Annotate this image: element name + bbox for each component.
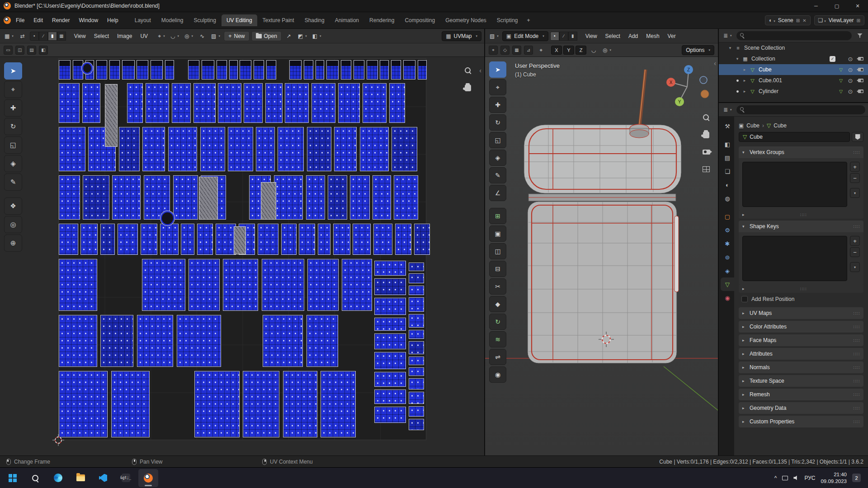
- new-image-button[interactable]: New: [224, 31, 250, 41]
- uv-canvas[interactable]: ➤⌖✚↻◱◈✎❖◎⊕: [0, 57, 484, 455]
- hide-eye-icon[interactable]: ⊙: [846, 66, 854, 73]
- properties-search-input[interactable]: [736, 105, 865, 114]
- panel-grip-icon[interactable]: [853, 223, 860, 230]
- tab-render[interactable]: ◧: [721, 137, 734, 151]
- uvmap-select[interactable]: ▦ UVMap: [442, 31, 481, 41]
- add-vertex-group-button[interactable]: +: [850, 162, 860, 172]
- tab-uv-editing[interactable]: UV Editing: [222, 14, 257, 26]
- unlink-scene-icon[interactable]: ✕: [802, 18, 806, 23]
- panel-grip-icon[interactable]: [853, 337, 860, 343]
- explorer-button[interactable]: [71, 469, 90, 487]
- uv-face-select-button[interactable]: ▮: [48, 32, 57, 41]
- tab-material[interactable]: ◉: [721, 291, 734, 305]
- uv-vertex-select-button[interactable]: •: [30, 32, 39, 41]
- terminal-button[interactable]: &gt;_: [116, 469, 136, 487]
- outliner-row-cylinder[interactable]: ▸ ▽ Cylinder ▽ ⊙: [719, 86, 868, 97]
- menu-window[interactable]: Window: [75, 15, 102, 25]
- menu-edit[interactable]: Edit: [29, 15, 47, 25]
- panel-remesh[interactable]: Remesh: [739, 389, 863, 400]
- close-button[interactable]: ✕: [847, 0, 868, 12]
- annotate-tool-button[interactable]: ✎: [4, 174, 22, 191]
- search-button[interactable]: [25, 469, 45, 487]
- edge-button[interactable]: [48, 469, 68, 487]
- panel-attributes[interactable]: Attributes: [739, 348, 863, 360]
- vertex-groups-panel-header[interactable]: Vertex Groups: [739, 146, 863, 158]
- panel-grip-icon[interactable]: [853, 418, 860, 425]
- tab-object-data[interactable]: ▽: [721, 277, 734, 291]
- hide-eye-icon[interactable]: ⊙: [846, 77, 854, 84]
- vp-toolsetting-3[interactable]: ▦: [512, 46, 521, 55]
- vp-toolsetting-1[interactable]: ⌖: [489, 46, 498, 55]
- tab-modifiers[interactable]: ⚙: [721, 223, 734, 237]
- uv-menu-uv[interactable]: UV: [137, 32, 151, 41]
- axis-x-button[interactable]: X: [551, 46, 562, 55]
- vp-menu-select[interactable]: Select: [602, 32, 624, 41]
- move-tool-button[interactable]: ✚: [4, 99, 22, 117]
- blender-menu-icon[interactable]: [4, 17, 11, 24]
- hidden-icons-chevron[interactable]: ^: [774, 475, 777, 481]
- inset-faces-tool-button[interactable]: ▣: [489, 225, 506, 242]
- panel-geometry-data[interactable]: Geometry Data: [739, 402, 863, 414]
- tab-constraints[interactable]: ◈: [721, 264, 734, 277]
- shrink-fatten-tool-button[interactable]: ◉: [489, 366, 506, 383]
- disclosure-icon[interactable]: ▾: [735, 56, 740, 61]
- language-indicator[interactable]: РУС: [804, 475, 815, 481]
- disclosure-icon[interactable]: ▸: [742, 89, 747, 94]
- navigation-gizmo[interactable]: Z X Y: [661, 59, 713, 111]
- vertex-group-specials-button[interactable]: [850, 188, 860, 198]
- camera-view-icon[interactable]: [701, 146, 712, 157]
- uv-toolsetting-3[interactable]: ▤: [27, 46, 36, 55]
- rotate-tool-button[interactable]: ↻: [489, 114, 506, 131]
- pivot-point-button[interactable]: ⌖: [156, 31, 167, 41]
- panel-color-attributes[interactable]: Color Attributes: [739, 321, 863, 333]
- start-button[interactable]: [3, 469, 23, 487]
- remove-vertex-group-button[interactable]: −: [850, 173, 860, 183]
- editor-type-button[interactable]: ≣: [722, 105, 734, 115]
- tab-object[interactable]: ▢: [721, 210, 734, 223]
- smooth-tool-button[interactable]: ≋: [489, 331, 506, 347]
- bevel-tool-button[interactable]: ◫: [489, 243, 506, 259]
- grab-tool-button[interactable]: ❖: [4, 197, 22, 215]
- exclude-checkbox[interactable]: [830, 56, 835, 62]
- options-button[interactable]: Options: [682, 45, 714, 55]
- tab-geometry-nodes[interactable]: Geometry Nodes: [440, 14, 491, 26]
- panel-grip-icon[interactable]: [853, 351, 860, 357]
- menu-help[interactable]: Help: [103, 15, 123, 25]
- poly-build-tool-button[interactable]: ◆: [489, 296, 506, 312]
- cursor-2d[interactable]: [52, 434, 64, 446]
- open-image-button[interactable]: Open: [251, 31, 282, 41]
- annotate-tool-button[interactable]: ✎: [489, 167, 506, 183]
- transform-tool-button[interactable]: ◈: [4, 155, 22, 172]
- maximize-button[interactable]: ▢: [826, 0, 847, 12]
- vertex-select-button[interactable]: •: [550, 32, 559, 41]
- uv-export-button[interactable]: ↗: [283, 31, 294, 41]
- new-viewlayer-icon[interactable]: ⊞: [857, 18, 860, 23]
- add-shape-key-button[interactable]: +: [850, 236, 860, 246]
- add-rest-position-checkbox[interactable]: [741, 296, 748, 302]
- uv-toolsetting-1[interactable]: ▭: [4, 46, 13, 55]
- shape-key-specials-button[interactable]: [850, 262, 860, 272]
- vscode-button[interactable]: [93, 469, 113, 487]
- tab-world[interactable]: ◍: [721, 192, 734, 205]
- new-scene-icon[interactable]: ⊞: [796, 18, 800, 23]
- overlays-button[interactable]: ◧: [311, 31, 323, 41]
- viewport-canvas[interactable]: User Perspective (1) Cube ➤⌖✚↻◱◈✎∠⊞▣◫⊟✂◆…: [485, 57, 718, 455]
- uv-menu-image[interactable]: Image: [113, 32, 136, 41]
- pan-hand-icon[interactable]: [701, 129, 712, 140]
- shape-keys-list[interactable]: [742, 236, 847, 281]
- breadcrumb-data[interactable]: Cube: [774, 122, 787, 129]
- tab-scene[interactable]: ◐: [721, 178, 734, 192]
- filter-button[interactable]: [854, 31, 865, 41]
- proportional-edit-button[interactable]: ◎: [183, 31, 195, 41]
- volume-icon[interactable]: [793, 475, 799, 481]
- editor-type-button[interactable]: ≣: [722, 31, 734, 41]
- vp-menu-view[interactable]: View: [582, 32, 601, 41]
- panel-face-maps[interactable]: Face Maps: [739, 334, 863, 346]
- uv-menu-view[interactable]: View: [71, 32, 90, 41]
- outliner-search-input[interactable]: [736, 31, 852, 40]
- vertex-groups-list[interactable]: [742, 162, 847, 207]
- knife-tool-button[interactable]: ✂: [489, 278, 506, 295]
- menu-render[interactable]: Render: [48, 15, 74, 25]
- notification-badge[interactable]: 2: [852, 474, 861, 482]
- outliner-row-cube[interactable]: ▸ ▽ Cube ▽ ⊙: [719, 64, 868, 75]
